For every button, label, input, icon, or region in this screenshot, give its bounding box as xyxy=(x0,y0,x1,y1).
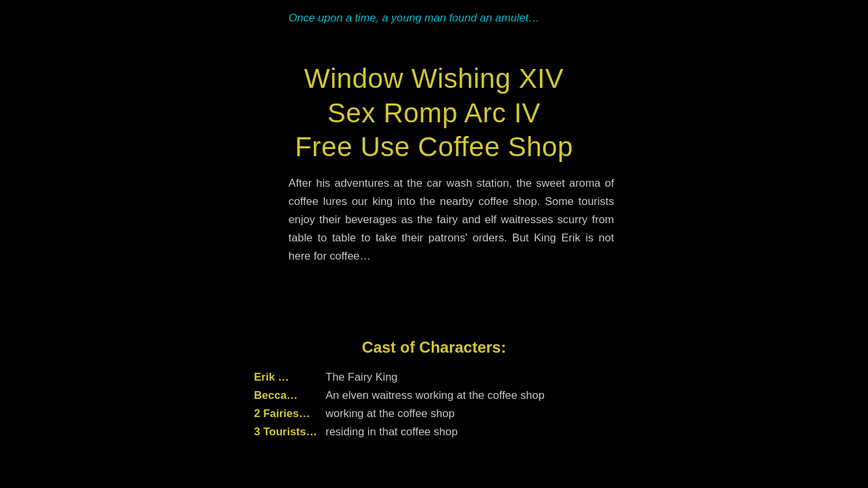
cast-item: Erik …The Fairy King xyxy=(254,371,614,384)
intro-text: Once upon a time, a young man found an a… xyxy=(288,12,540,25)
cast-heading: Cast of Characters: xyxy=(254,338,614,357)
cast-character-role: residing in that coffee shop xyxy=(326,426,458,439)
title-line3: Free Use Coffee Shop xyxy=(295,131,573,162)
intro-label: Once upon a time, a young man found an a… xyxy=(288,12,540,24)
title-block: Window Wishing XIV Sex Romp Arc IV Free … xyxy=(0,62,868,165)
cast-character-name: Becca… xyxy=(254,389,326,402)
cast-item: 3 Tourists…residing in that coffee shop xyxy=(254,426,614,439)
title-section: Window Wishing XIV Sex Romp Arc IV Free … xyxy=(0,62,868,165)
cast-section: Cast of Characters: Erik …The Fairy King… xyxy=(254,338,614,444)
title-line1: Window Wishing XIV xyxy=(304,63,564,94)
cast-character-role: The Fairy King xyxy=(326,371,398,384)
cast-character-name: Erik … xyxy=(254,371,326,384)
cast-character-role: working at the coffee shop xyxy=(326,407,455,420)
cast-character-name: 3 Tourists… xyxy=(254,426,326,439)
description-text: After his adventures at the car wash sta… xyxy=(288,174,614,265)
cast-item: Becca…An elven waitress working at the c… xyxy=(254,389,614,402)
cast-item: 2 Fairies…working at the coffee shop xyxy=(254,407,614,420)
cast-character-name: 2 Fairies… xyxy=(254,407,326,420)
cast-list: Erik …The Fairy KingBecca…An elven waitr… xyxy=(254,371,614,439)
description-section: After his adventures at the car wash sta… xyxy=(288,174,614,265)
cast-character-role: An elven waitress working at the coffee … xyxy=(326,389,544,402)
title-line2: Sex Romp Arc IV xyxy=(328,98,540,128)
page-container: Once upon a time, a young man found an a… xyxy=(0,0,868,488)
